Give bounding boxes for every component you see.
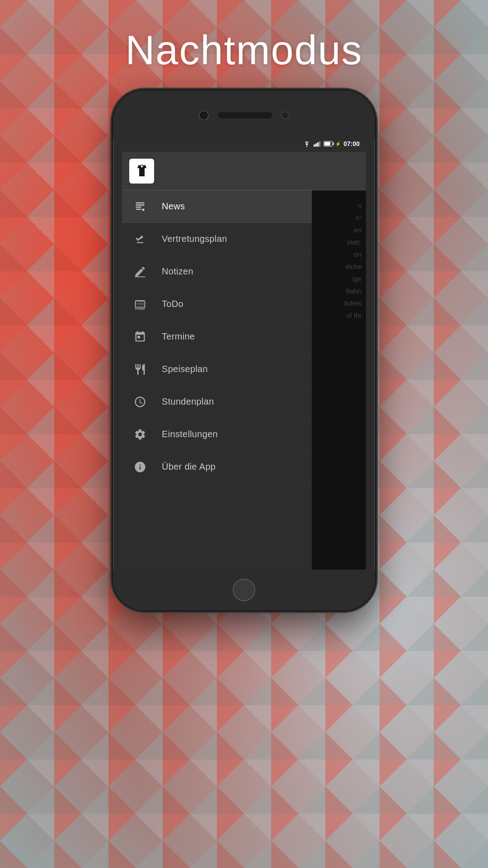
nav-label-termine: Termine [162, 331, 195, 342]
vertretungsplan-icon [131, 230, 149, 248]
battery-icon: ⚡ [324, 141, 341, 146]
content-line-9: liches [316, 297, 361, 309]
nav-label-speiseplan: Speiseplan [162, 364, 208, 374]
battery-charging: ⚡ [335, 142, 341, 146]
stundenplan-icon [131, 393, 149, 411]
front-camera [199, 110, 209, 120]
svg-rect-4 [319, 141, 320, 146]
signal-icon [314, 141, 321, 147]
todo-icon [131, 295, 149, 313]
content-line-10: uf Ihr [316, 309, 361, 321]
app-logo-icon [133, 162, 151, 180]
content-line-6: eiche [316, 260, 361, 273]
svg-rect-7 [135, 276, 145, 277]
nav-label-ueber: Über die App [162, 462, 216, 472]
content-line-2: s" [316, 212, 361, 224]
app-header [122, 152, 366, 190]
speiseplan-icon [131, 360, 149, 378]
phone-outer: ⚡ 07:00 n [113, 90, 375, 610]
content-line-8: bahn [316, 285, 361, 297]
phone-container: ⚡ 07:00 n [113, 90, 375, 610]
phone-screen: ⚡ 07:00 n [122, 136, 366, 570]
svg-rect-2 [315, 143, 317, 146]
news-icon [131, 198, 149, 216]
status-time: 07:00 [343, 140, 360, 147]
content-behind: n s" en statt. on eiche ige bahn liches … [312, 190, 366, 570]
ueber-icon [131, 458, 149, 476]
einstellungen-icon [131, 425, 149, 443]
nav-label-news: News [162, 201, 185, 212]
wifi-icon [303, 141, 311, 147]
nav-label-notizen: Notizen [162, 266, 193, 277]
content-line-7: ige [316, 273, 361, 285]
phone-bottom-bar [113, 570, 375, 610]
nav-label-todo: ToDo [162, 299, 183, 309]
speaker-grille [218, 112, 272, 118]
svg-point-6 [141, 165, 143, 168]
app-logo [129, 159, 154, 184]
content-line-3: en [316, 224, 361, 236]
nav-label-einstellungen: Einstellungen [162, 429, 218, 439]
status-icons: ⚡ 07:00 [303, 140, 360, 147]
content-line-4: statt. [316, 236, 361, 248]
content-line-1: n [316, 199, 361, 212]
home-button[interactable] [233, 579, 255, 601]
nav-label-stundenplan: Stundenplan [162, 396, 214, 407]
page-title: Nachtmodus [0, 27, 488, 74]
content-line-5: on [316, 248, 361, 260]
svg-rect-1 [314, 145, 315, 147]
termine-icon [131, 328, 149, 346]
svg-rect-3 [317, 142, 319, 147]
phone-top-bar [113, 90, 375, 140]
notizen-icon [131, 263, 149, 281]
proximity-sensor [281, 111, 289, 119]
nav-label-vertretungsplan: Vertretungsplan [162, 234, 227, 244]
